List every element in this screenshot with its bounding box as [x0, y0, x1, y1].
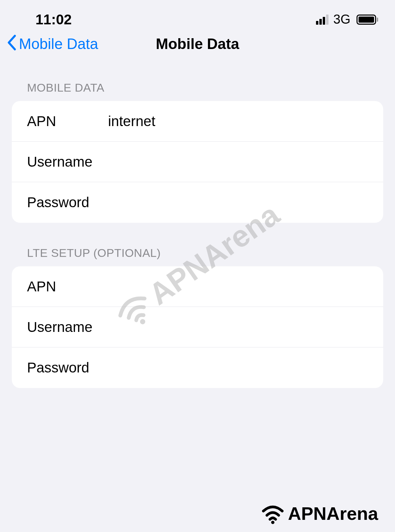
brand-footer: APNArena [261, 502, 378, 525]
signal-icon [316, 15, 328, 25]
back-button[interactable]: Mobile Data [7, 34, 98, 53]
row-label-lte-apn: APN [27, 279, 108, 295]
status-bar: 11:02 3G [0, 0, 395, 34]
lte-username-input[interactable] [108, 319, 368, 335]
lte-apn-input[interactable] [108, 279, 368, 295]
svg-point-1 [271, 521, 274, 524]
row-lte-apn[interactable]: APN [12, 266, 383, 307]
row-username[interactable]: Username [12, 142, 383, 182]
apn-input[interactable] [108, 113, 368, 129]
settings-group-mobile-data: APN Username Password [12, 101, 383, 223]
content: MOBILE DATA APN Username Password LTE SE… [0, 61, 395, 388]
row-lte-password[interactable]: Password [12, 347, 383, 388]
lte-password-input[interactable] [108, 360, 368, 376]
back-label: Mobile Data [19, 35, 98, 52]
row-apn[interactable]: APN [12, 101, 383, 142]
brand-text: APNArena [288, 503, 378, 524]
nav-bar: Mobile Data Mobile Data [0, 34, 395, 61]
row-label-username: Username [27, 154, 108, 170]
settings-group-lte-setup: APN Username Password [12, 266, 383, 388]
page-title: Mobile Data [156, 35, 239, 52]
row-label-apn: APN [27, 113, 108, 129]
username-input[interactable] [108, 154, 368, 170]
row-password[interactable]: Password [12, 182, 383, 223]
row-label-password: Password [27, 194, 108, 211]
row-label-lte-username: Username [27, 319, 108, 335]
wifi-icon [261, 502, 285, 525]
battery-icon [357, 15, 378, 25]
chevron-left-icon [7, 34, 16, 53]
section-header-lte-setup: LTE SETUP (OPTIONAL) [12, 246, 383, 260]
status-time: 11:02 [35, 11, 72, 28]
section-header-mobile-data: MOBILE DATA [12, 81, 383, 94]
status-indicators: 3G [316, 12, 378, 27]
network-type: 3G [333, 12, 350, 27]
password-input[interactable] [108, 194, 368, 211]
row-label-lte-password: Password [27, 360, 108, 376]
row-lte-username[interactable]: Username [12, 307, 383, 347]
